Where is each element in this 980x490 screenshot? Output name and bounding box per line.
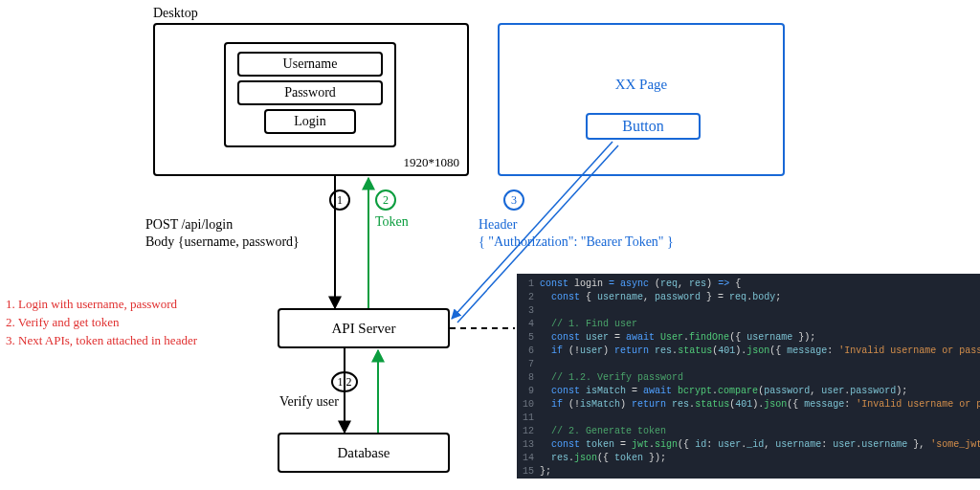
xx-page-window: XX Page Button: [498, 23, 785, 176]
step12-label: Verify user: [279, 394, 339, 410]
desktop-window: Username Password Login 1920*1080: [153, 23, 469, 176]
step2-badge: 2: [375, 189, 396, 211]
api-server-node: API Server: [278, 308, 450, 348]
login-button[interactable]: Login: [264, 109, 356, 134]
desktop-label: Desktop: [153, 6, 198, 21]
code-snippet: 1const login = async (req, res) => {2 co…: [517, 274, 980, 479]
step1-line2: Body {username, password}: [145, 234, 300, 251]
step3-line1: Header: [479, 216, 674, 234]
legend: 1. Login with username, password 2. Veri…: [6, 295, 197, 349]
step1-badge: 1: [329, 189, 350, 211]
step3-badge: 3: [503, 189, 524, 211]
step12-badge: 1.2: [331, 371, 358, 392]
login-form: Username Password Login: [224, 42, 396, 147]
step3-line2: { "Authorization": "Bearer Token" }: [479, 234, 674, 251]
database-node: Database: [278, 433, 450, 473]
legend-l2: 2. Verify and get token: [6, 313, 197, 331]
legend-l1: 1. Login with username, password: [6, 295, 197, 313]
password-field[interactable]: Password: [237, 80, 383, 105]
xx-page-button[interactable]: Button: [586, 113, 701, 140]
step1-text: POST /api/login Body {username, password…: [145, 216, 300, 251]
username-field[interactable]: Username: [237, 52, 383, 77]
diagram-root: Desktop Username Password Login 1920*108…: [0, 0, 980, 490]
step1-line1: POST /api/login: [145, 216, 300, 234]
legend-l3: 3. Next APIs, token attached in header: [6, 331, 197, 349]
step3-text: Header { "Authorization": "Bearer Token"…: [479, 216, 674, 251]
step2-label: Token: [375, 214, 409, 230]
resolution-label: 1920*1080: [404, 155, 460, 170]
xx-page-title: XX Page: [500, 77, 783, 93]
